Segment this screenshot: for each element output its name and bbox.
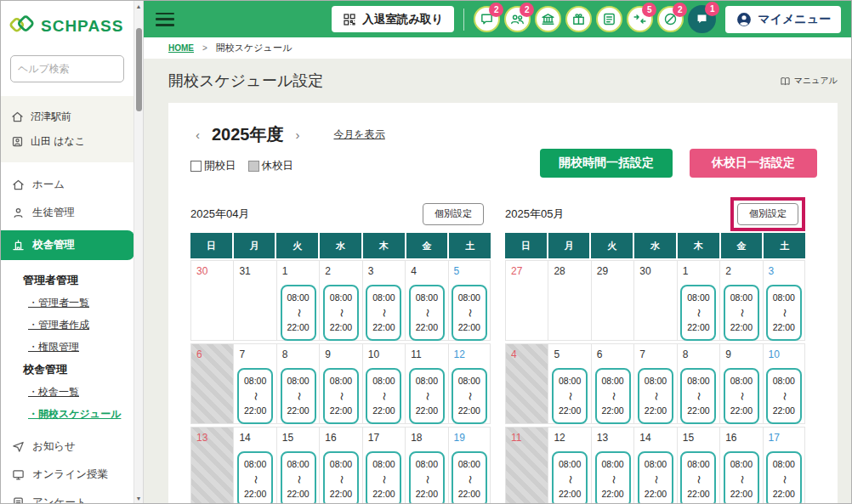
day-cell[interactable]: 1008:00〜22:00 [763, 343, 805, 424]
day-cell[interactable]: 808:00〜22:00 [276, 343, 319, 424]
sidebar-scrollbar[interactable]: ▲ ▼ [133, 1, 143, 504]
chat-icon-button[interactable]: 2 [474, 6, 500, 32]
open-hours-box[interactable]: 08:00〜22:00 [452, 285, 487, 341]
open-hours-box[interactable]: 08:00〜22:00 [766, 285, 802, 341]
open-hours-box[interactable]: 08:00〜22:00 [323, 368, 359, 424]
arrows-merge-icon-button[interactable]: 5 [627, 6, 653, 32]
day-cell[interactable]: 30 [190, 260, 233, 341]
day-cell[interactable]: 4 [505, 343, 548, 424]
individual-settings-button[interactable]: 個別設定 [423, 203, 484, 224]
show-this-month-link[interactable]: 今月を表示 [334, 127, 385, 142]
day-cell[interactable]: 208:00〜22:00 [319, 260, 361, 341]
open-hours-box[interactable]: 08:00〜22:00 [552, 451, 588, 504]
open-hours-box[interactable]: 08:00〜22:00 [595, 368, 631, 424]
day-cell[interactable]: 28 [548, 260, 590, 341]
day-cell[interactable]: 1608:00〜22:00 [319, 427, 361, 504]
open-hours-box[interactable]: 08:00〜22:00 [680, 451, 716, 504]
open-hours-box[interactable]: 08:00〜22:00 [724, 451, 759, 504]
entry-exit-reader-button[interactable]: 入退室読み取り [332, 6, 454, 32]
submenu-link[interactable]: ・権限管理 [28, 340, 134, 354]
hamburger-menu-icon[interactable] [156, 13, 174, 26]
gift-icon-button[interactable] [565, 6, 592, 32]
day-cell[interactable]: 13 [190, 427, 233, 504]
day-cell[interactable]: 30 [633, 260, 676, 341]
day-cell[interactable]: 1308:00〜22:00 [591, 427, 633, 504]
breadcrumb-home-link[interactable]: HOME [168, 43, 194, 53]
day-cell[interactable]: 908:00〜22:00 [319, 343, 361, 424]
day-cell[interactable]: 808:00〜22:00 [677, 343, 719, 424]
day-cell[interactable]: 1608:00〜22:00 [719, 427, 762, 504]
day-cell[interactable]: 708:00〜22:00 [233, 343, 275, 424]
open-hours-box[interactable]: 08:00〜22:00 [680, 368, 716, 424]
day-cell[interactable]: 1808:00〜22:00 [405, 427, 447, 504]
people-icon-button[interactable]: 2 [504, 6, 531, 32]
closed-day-checkbox[interactable]: 休校日 [248, 159, 294, 173]
sidebar-item-send[interactable]: お知らせ [1, 433, 134, 461]
submenu-link[interactable]: ・管理者作成 [28, 318, 134, 332]
next-year-button[interactable]: › [291, 126, 305, 144]
day-cell[interactable]: 6 [190, 343, 233, 424]
prev-year-button[interactable]: ‹ [190, 126, 205, 144]
sidebar-item-monitor[interactable]: オンライン授業 [1, 461, 134, 489]
chat-dark-icon-button[interactable]: 1 [688, 5, 716, 33]
day-cell[interactable]: 1708:00〜22:00 [362, 427, 405, 504]
submenu-link[interactable]: ・校舎一覧 [28, 385, 134, 399]
day-cell[interactable]: 308:00〜22:00 [763, 260, 805, 341]
open-hours-box[interactable]: 08:00〜22:00 [366, 451, 401, 504]
day-cell[interactable]: 508:00〜22:00 [548, 343, 590, 424]
day-cell[interactable]: 1508:00〜22:00 [677, 427, 719, 504]
open-hours-box[interactable]: 08:00〜22:00 [595, 451, 631, 504]
open-hours-box[interactable]: 08:00〜22:00 [452, 451, 487, 504]
day-cell[interactable]: 11 [505, 427, 548, 504]
open-hours-box[interactable]: 08:00〜22:00 [638, 368, 673, 424]
open-hours-box[interactable]: 08:00〜22:00 [409, 451, 445, 504]
scroll-up-icon[interactable]: ▲ [134, 1, 143, 13]
open-hours-box[interactable]: 08:00〜22:00 [281, 451, 316, 504]
sidebar-item-person[interactable]: 生徒管理 [1, 199, 134, 227]
app-logo[interactable]: SCHPASS [1, 1, 134, 48]
day-cell[interactable]: 108:00〜22:00 [677, 260, 719, 341]
bulk-closed-days-button[interactable]: 休校日一括設定 [690, 149, 817, 178]
day-cell[interactable]: 1208:00〜22:00 [448, 343, 491, 424]
open-hours-box[interactable]: 08:00〜22:00 [281, 285, 316, 341]
closed-day-checkbox-box[interactable] [248, 161, 259, 172]
day-cell[interactable]: 408:00〜22:00 [405, 260, 447, 341]
open-hours-box[interactable]: 08:00〜22:00 [638, 451, 673, 504]
sidebar-item-school[interactable]: 校舎管理 [1, 230, 134, 260]
open-hours-box[interactable]: 08:00〜22:00 [323, 285, 359, 341]
day-cell[interactable]: 1108:00〜22:00 [405, 343, 447, 424]
scrollbar-thumb[interactable] [136, 28, 142, 111]
open-hours-box[interactable]: 08:00〜22:00 [409, 285, 445, 341]
open-hours-box[interactable]: 08:00〜22:00 [724, 368, 759, 424]
day-cell[interactable]: 1408:00〜22:00 [633, 427, 676, 504]
block-icon-button[interactable]: 2 [657, 6, 684, 32]
open-hours-box[interactable]: 08:00〜22:00 [323, 451, 359, 504]
open-hours-box[interactable]: 08:00〜22:00 [724, 285, 759, 341]
scroll-down-icon[interactable]: ▼ [134, 493, 143, 504]
day-cell[interactable]: 1008:00〜22:00 [362, 343, 405, 424]
day-cell[interactable]: 1508:00〜22:00 [276, 427, 319, 504]
open-hours-box[interactable]: 08:00〜22:00 [409, 368, 445, 424]
open-hours-box[interactable]: 08:00〜22:00 [766, 368, 802, 424]
bulk-open-hours-button[interactable]: 開校時間一括設定 [540, 149, 673, 178]
day-cell[interactable]: 1908:00〜22:00 [448, 427, 491, 504]
help-search-input[interactable] [10, 55, 124, 82]
day-cell[interactable]: 208:00〜22:00 [719, 260, 762, 341]
open-hours-box[interactable]: 08:00〜22:00 [366, 368, 401, 424]
bank-icon-button[interactable] [535, 6, 561, 32]
open-hours-box[interactable]: 08:00〜22:00 [237, 451, 273, 504]
open-hours-box[interactable]: 08:00〜22:00 [766, 451, 802, 504]
sidebar-item-survey[interactable]: アンケート [1, 489, 134, 504]
submenu-link[interactable]: ・管理者一覧 [28, 296, 134, 310]
open-hours-box[interactable]: 08:00〜22:00 [366, 285, 401, 341]
day-cell[interactable]: 908:00〜22:00 [719, 343, 762, 424]
my-menu-button[interactable]: マイメニュー [725, 6, 841, 33]
open-hours-box[interactable]: 08:00〜22:00 [452, 368, 487, 424]
open-day-checkbox[interactable]: 開校日 [190, 159, 236, 173]
day-cell[interactable]: 608:00〜22:00 [591, 343, 633, 424]
open-day-checkbox-box[interactable] [190, 161, 202, 172]
day-cell[interactable]: 29 [591, 260, 633, 341]
day-cell[interactable]: 508:00〜22:00 [448, 260, 491, 341]
manual-link[interactable]: マニュアル [780, 75, 838, 87]
open-hours-box[interactable]: 08:00〜22:00 [237, 368, 273, 424]
